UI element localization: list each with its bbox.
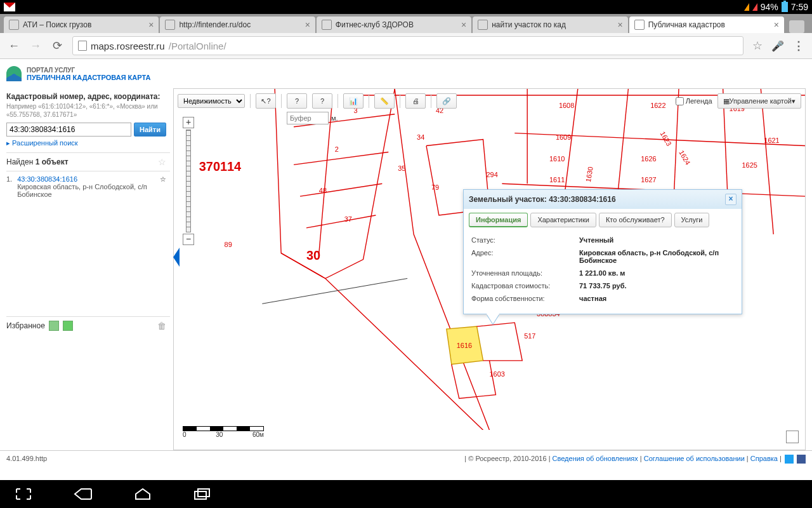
map-toolbar: Недвижимость ↖? ? ? 📊 📏 🖨 🔗 Легенда ▦ Уп… xyxy=(178,93,801,109)
tab-ati[interactable]: АТИ – Поиск грузов× xyxy=(4,17,159,33)
close-icon[interactable]: × xyxy=(305,20,310,30)
svg-text:79: 79 xyxy=(431,184,439,191)
fullscreen-button[interactable] xyxy=(786,431,799,443)
help-link[interactable]: Справка xyxy=(750,455,778,462)
svg-text:1625: 1625 xyxy=(742,161,757,169)
svg-text:1626: 1626 xyxy=(641,155,656,163)
tab-yandex[interactable]: найти участок по кад× xyxy=(473,17,627,33)
result-link[interactable]: 43:30:380834:1616 xyxy=(17,175,77,183)
updates-link[interactable]: Сведения об обновлениях xyxy=(553,455,638,462)
portal-title[interactable]: ПУБЛИЧНАЯ КАДАСТРОВАЯ КАРТА xyxy=(27,74,150,81)
signal-1-icon xyxy=(744,3,749,11)
svg-text:2: 2 xyxy=(335,146,339,154)
voice-button[interactable]: 🎤 xyxy=(771,40,784,52)
home-button[interactable] xyxy=(132,486,154,502)
tab-fitness[interactable]: Фитнес-клуб ЗДОРОВ× xyxy=(317,17,471,33)
tab-characteristics[interactable]: Характеристики xyxy=(530,213,596,227)
agreement-link[interactable]: Соглашение об использовании xyxy=(644,455,745,462)
back-button[interactable]: ← xyxy=(8,39,20,52)
gmail-icon xyxy=(4,3,15,11)
find-button[interactable]: Найти xyxy=(134,123,166,137)
bookmark-button[interactable]: ☆ xyxy=(752,39,763,53)
measure-button[interactable]: 📏 xyxy=(374,93,395,109)
svg-text:1603: 1603 xyxy=(489,370,504,378)
svg-text:1609: 1609 xyxy=(556,133,571,141)
close-icon[interactable]: × xyxy=(617,20,622,30)
portal-header: ПОРТАЛ УСЛУГ ПУБЛИЧНАЯ КАДАСТРОВАЯ КАРТА xyxy=(0,59,812,88)
zoom-slider[interactable] xyxy=(186,130,191,232)
map-area[interactable]: Недвижимость ↖? ? ? 📊 📏 🖨 🔗 Легенда ▦ Уп… xyxy=(173,88,806,450)
search-input[interactable] xyxy=(6,123,131,137)
excel-icon[interactable] xyxy=(63,321,73,331)
svg-text:294: 294 xyxy=(487,171,498,178)
layer-select[interactable]: Недвижимость xyxy=(178,94,245,108)
scale-bar: 03060м xyxy=(183,426,264,438)
zoom-control: + − xyxy=(183,117,194,245)
battery-pct: 94% xyxy=(761,2,778,12)
close-icon[interactable]: × xyxy=(461,20,466,30)
legend-toggle[interactable]: Легенда xyxy=(676,97,712,105)
new-tab-button[interactable] xyxy=(789,20,804,33)
identify-button[interactable]: ↖? xyxy=(256,93,276,109)
result-item[interactable]: 1. 43:30:380834:1616 Кировская область, … xyxy=(6,171,170,202)
tab-fintender[interactable]: http://fintender.ru/doc× xyxy=(160,17,315,33)
back-button[interactable] xyxy=(72,486,94,502)
url-input[interactable]: maps.rosreestr.ru/PortalOnline/ xyxy=(72,36,743,55)
popup-title: Земельный участок: 43:30:380834:1616 xyxy=(469,195,616,204)
info-button[interactable]: ? xyxy=(312,93,332,109)
favicon-icon xyxy=(634,20,645,30)
svg-text:1627: 1627 xyxy=(641,176,656,184)
tab-who-serves[interactable]: Кто обслуживает? xyxy=(599,213,672,227)
tab-info[interactable]: Информация xyxy=(469,213,528,227)
version: 4.01.499.http xyxy=(6,455,47,464)
svg-text:1623: 1623 xyxy=(658,130,673,147)
footer: 4.01.499.http | © Росреестр, 2010-2016 |… xyxy=(0,450,812,467)
search-hint: Например «61:6:10104:12», «61:6:*», «Мос… xyxy=(6,102,166,119)
recent-button[interactable] xyxy=(192,486,213,502)
buffer-control: м. xyxy=(287,112,338,124)
svg-rect-42 xyxy=(198,489,209,497)
buffer-input[interactable] xyxy=(287,112,329,124)
link-button[interactable]: 🔗 xyxy=(436,93,457,109)
results-count: 1 объект xyxy=(36,157,69,166)
svg-line-10 xyxy=(262,278,407,304)
clock: 7:59 xyxy=(791,2,808,12)
close-icon[interactable]: × xyxy=(148,20,154,30)
popup-close-button[interactable]: × xyxy=(725,194,737,205)
svg-text:89: 89 xyxy=(225,241,232,248)
forward-button[interactable]: → xyxy=(29,39,42,52)
tab-rosreestr[interactable]: Публичная кадастров× xyxy=(629,17,784,33)
fullscreen-button[interactable] xyxy=(13,486,34,502)
facebook-icon[interactable] xyxy=(797,455,806,464)
zoom-in-button[interactable]: + xyxy=(183,117,194,128)
star-icon[interactable]: ☆ xyxy=(160,175,166,198)
svg-text:48: 48 xyxy=(319,187,327,194)
chart-button[interactable]: 📊 xyxy=(343,93,363,109)
svg-text:1610: 1610 xyxy=(549,155,565,163)
star-icon[interactable]: ☆ xyxy=(158,157,166,167)
parcel-popup: Земельный участок: 43:30:380834:1616 × И… xyxy=(463,189,742,314)
tab-services[interactable]: Услуги xyxy=(674,213,710,227)
favicon-icon xyxy=(165,20,175,30)
favicon-icon xyxy=(9,20,19,30)
manage-map-button[interactable]: ▦ Управление картой ▾ xyxy=(717,93,801,109)
portal-subtitle: ПОРТАЛ УСЛУГ xyxy=(27,67,150,74)
svg-text:34: 34 xyxy=(417,133,424,141)
advanced-search-link[interactable]: Расширенный поиск xyxy=(12,139,78,147)
android-statusbar: 94% 7:59 xyxy=(0,0,812,14)
help-button[interactable]: ? xyxy=(287,93,307,109)
svg-rect-41 xyxy=(195,491,206,499)
trash-icon[interactable]: 🗑 xyxy=(157,321,166,331)
twitter-icon[interactable] xyxy=(785,455,794,464)
zoom-out-button[interactable]: − xyxy=(183,234,194,245)
svg-text:517: 517 xyxy=(524,332,535,340)
export-icon[interactable] xyxy=(49,321,59,331)
print-button[interactable]: 🖨 xyxy=(405,93,426,109)
svg-text:1624: 1624 xyxy=(678,149,692,166)
close-icon[interactable]: × xyxy=(774,20,779,30)
reload-button[interactable]: ⟳ xyxy=(51,39,63,52)
svg-text:1621: 1621 xyxy=(764,137,779,144)
menu-button[interactable]: ⋮ xyxy=(793,39,804,53)
svg-text:30: 30 xyxy=(306,248,320,262)
svg-text:1616: 1616 xyxy=(457,342,472,349)
